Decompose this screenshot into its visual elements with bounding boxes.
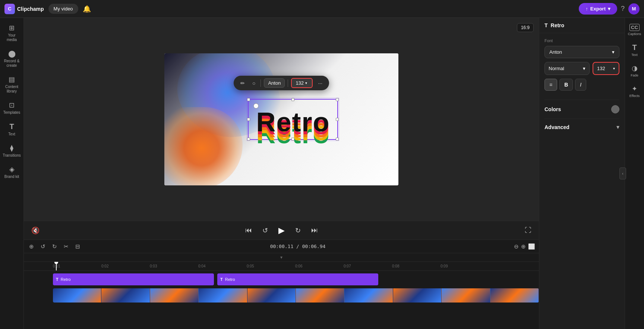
fullscreen-button[interactable]: ⛶ [523, 224, 534, 236]
ruler-mark: 0:03 [150, 264, 198, 268]
forward-5s-button[interactable]: ↻ [293, 224, 303, 237]
font-dropdown-chevron-icon: ▾ [612, 49, 615, 55]
more-options-btn[interactable]: ··· [316, 79, 325, 88]
text-clip-1[interactable]: T Retro [53, 273, 214, 285]
right-sidebar-captions[interactable]: CC Captions [626, 21, 643, 39]
text-circle-btn[interactable]: ○ [250, 79, 258, 88]
smoke-orange-effect [164, 107, 243, 185]
logo-icon: C [4, 4, 15, 14]
panel-text-icon: T [544, 22, 548, 28]
track-items: T Retro T Retro [53, 272, 539, 286]
sidebar-item-templates[interactable]: ⊡ Templates [1, 98, 22, 118]
video-strip[interactable] [53, 288, 539, 303]
font-size-box[interactable]: 132 ▾ [291, 78, 313, 88]
panel-title: Retro [551, 22, 565, 28]
timeline-expand-button[interactable]: ▾ [277, 254, 285, 261]
help-button[interactable]: ? [621, 5, 625, 13]
text-clip-2[interactable]: T Retro [217, 273, 378, 285]
sidebar-item-brand-kit[interactable]: ◈ Brand kit [1, 162, 22, 182]
resize-handle-tl[interactable] [247, 98, 250, 101]
timeline-toolbar: ⊕ ↺ ↻ ✂ ⊟ 00:00.11 / 00:06.94 ⊖ ⊕ ⬜ [24, 240, 539, 253]
content-library-icon: ▤ [9, 75, 15, 84]
bold-button[interactable]: B [559, 79, 573, 91]
delete-button[interactable]: ⊟ [74, 242, 82, 251]
resize-handle-tr[interactable] [336, 98, 339, 101]
sidebar-item-transitions[interactable]: ⧫ Transitions [1, 141, 22, 161]
sidebar-item-text[interactable]: T Text [1, 119, 22, 140]
ruler-mark: 0:02 [101, 264, 150, 268]
text-panel-header: T Retro [539, 18, 625, 33]
aspect-ratio-badge: 16:9 [517, 23, 534, 32]
fit-timeline-button[interactable]: ⬜ [528, 243, 535, 250]
transitions-icon: ⧫ [10, 144, 13, 152]
style-size-row: Normal ▾ 132 ▾ [544, 62, 619, 75]
text-edit-icon-btn[interactable]: ✏ [238, 79, 247, 88]
clip-text-icon: T [56, 277, 59, 282]
right-sidebar-effects[interactable]: ✦ Effects [626, 82, 643, 101]
playhead[interactable] [56, 262, 57, 270]
zoom-controls: ⊖ ⊕ ⬜ [514, 243, 535, 250]
font-family-select[interactable]: Anton [264, 78, 285, 88]
resize-handle-lm[interactable] [247, 118, 250, 121]
resize-handle-rm[interactable] [336, 118, 339, 121]
sidebar-item-content-library[interactable]: ▤ Content library [1, 72, 22, 97]
right-panel: T Retro Font Anton ▾ Normal ▾ [539, 18, 625, 329]
font-size-input[interactable]: 132 ▾ [593, 62, 619, 75]
fade-icon: ◑ [632, 64, 638, 72]
text-right-icon: T [632, 43, 637, 52]
project-title[interactable]: My video [48, 4, 78, 14]
canvas-area: 16:9 [24, 18, 539, 221]
sidebar-item-your-media[interactable]: ⊞ Your media [1, 21, 22, 45]
rewind-5s-button[interactable]: ↺ [260, 224, 270, 237]
right-sidebar-text[interactable]: T Text [626, 40, 643, 60]
timeline-section: ⊕ ↺ ↻ ✂ ⊟ 00:00.11 / 00:06.94 ⊖ ⊕ ⬜ ▾ [24, 239, 539, 329]
style-chevron-icon: ▾ [583, 66, 585, 71]
center-area: 16:9 [24, 18, 539, 329]
ruler-mark: 0:09 [441, 264, 489, 268]
font-name-dropdown[interactable]: Anton ▾ [544, 46, 619, 58]
resize-handle-br[interactable] [336, 138, 339, 141]
font-style-dropdown[interactable]: Normal ▾ [544, 62, 590, 75]
export-icon: ↑ [585, 6, 588, 12]
align-row: ≡ B I [544, 79, 619, 91]
play-pause-button[interactable]: ▶ [276, 223, 287, 238]
sidebar-item-record-create[interactable]: ⬤ Record & create [1, 47, 22, 71]
cut-button[interactable]: ✂ [62, 242, 70, 251]
rotate-handle[interactable] [253, 103, 259, 109]
canvas-text-content: Retro [256, 109, 330, 135]
resize-handle-bm[interactable] [291, 138, 294, 141]
notification-bell-icon[interactable]: 🔔 [83, 5, 91, 13]
video-track-items [53, 287, 539, 301]
skip-back-button[interactable]: ⏮ [243, 224, 254, 236]
avatar[interactable]: M [628, 3, 640, 15]
undo-button[interactable]: ↺ [39, 242, 47, 251]
align-left-button[interactable]: ≡ [544, 79, 557, 91]
your-media-icon: ⊞ [9, 24, 15, 32]
right-sidebar-fade[interactable]: ◑ Fade [626, 61, 643, 80]
resize-handle-bl[interactable] [247, 138, 250, 141]
export-chevron-icon: ▾ [608, 6, 610, 12]
timeline-expand-area: ▾ [24, 253, 539, 262]
collapse-panel-button[interactable]: ‹ [619, 167, 626, 179]
mute-button[interactable]: 🔇 [29, 224, 42, 237]
resize-handle-tm[interactable] [291, 98, 294, 101]
zoom-in-button[interactable]: ⊕ [521, 243, 526, 250]
add-media-button[interactable]: ⊕ [28, 242, 35, 251]
text-track: T Retro T Retro [24, 272, 539, 286]
main-layout: ⊞ Your media ⬤ Record & create ▤ Content… [0, 18, 644, 329]
record-icon: ⬤ [8, 50, 16, 58]
skip-forward-button[interactable]: ⏭ [309, 224, 320, 236]
zoom-out-button[interactable]: ⊖ [514, 243, 519, 250]
color-swatch[interactable] [611, 105, 619, 113]
playback-bar: 🔇 ⏮ ↺ ▶ ↻ ⏭ ⛶ [24, 221, 539, 239]
redo-button[interactable]: ↻ [51, 242, 59, 251]
canvas-text-element[interactable]: Retro [248, 99, 338, 140]
effects-icon: ✦ [632, 85, 637, 93]
timeline-ruler: 0:01 0:02 0:03 0:04 0:05 0:06 0:07 0:08 … [24, 262, 539, 271]
italic-button[interactable]: I [575, 79, 586, 91]
text-toolbar: ✏ ○ Anton 132 ▾ ··· [234, 76, 329, 90]
advanced-section[interactable]: Advanced ▾ [539, 119, 625, 135]
export-button[interactable]: ↑ Export ▾ [579, 3, 617, 15]
advanced-chevron-icon: ▾ [616, 123, 619, 131]
brand-kit-icon: ◈ [9, 165, 15, 173]
